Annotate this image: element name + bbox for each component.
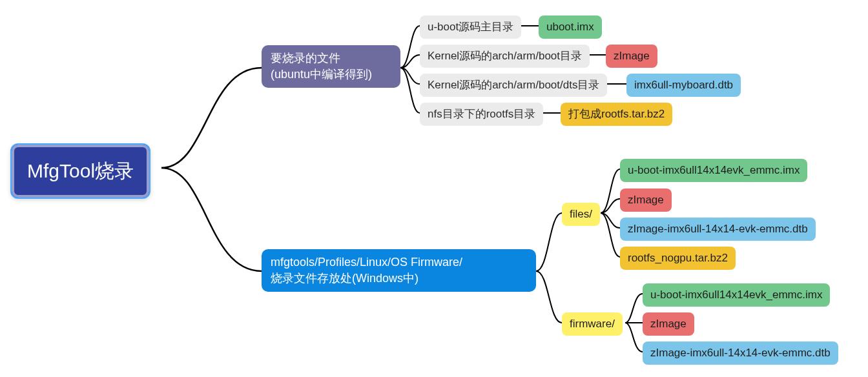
src-uboot[interactable]: u-boot源码主目录: [420, 15, 521, 39]
out-uboot-imx[interactable]: uboot.imx: [539, 15, 602, 39]
files-dtb[interactable]: zImage-imx6ull-14x14-evk-emmc.dtb: [620, 218, 816, 241]
src-kernel-dts[interactable]: Kernel源码的arch/arm/boot/dts目录: [420, 74, 607, 97]
branch-mfgtools-path[interactable]: mfgtools/Profiles/Linux/OS Firmware/ 烧录文…: [262, 249, 536, 292]
root-node[interactable]: MfgTool烧录: [10, 143, 150, 199]
branch-compile-files[interactable]: 要烧录的文件 (ubuntu中编译得到): [262, 45, 400, 88]
out-zimage[interactable]: zImage: [606, 45, 657, 68]
firmware-zimage[interactable]: zImage: [643, 312, 694, 336]
files-uboot[interactable]: u-boot-imx6ull14x14evk_emmc.imx: [620, 159, 807, 182]
files-rootfs[interactable]: rootfs_nogpu.tar.bz2: [620, 247, 736, 270]
files-zimage[interactable]: zImage: [620, 188, 672, 212]
out-dtb[interactable]: imx6ull-myboard.dtb: [626, 74, 741, 97]
out-rootfs-tar[interactable]: 打包成rootfs.tar.bz2: [561, 103, 672, 126]
firmware-uboot[interactable]: u-boot-imx6ull14x14evk_emmc.imx: [643, 283, 830, 307]
firmware-dtb[interactable]: zImage-imx6ull-14x14-evk-emmc.dtb: [643, 341, 838, 365]
group-files[interactable]: files/: [562, 203, 600, 226]
group-firmware[interactable]: firmware/: [562, 312, 623, 336]
src-kernel-boot[interactable]: Kernel源码的arch/arm/boot目录: [420, 45, 590, 68]
src-nfs-rootfs[interactable]: nfs目录下的rootfs目录: [420, 103, 543, 126]
